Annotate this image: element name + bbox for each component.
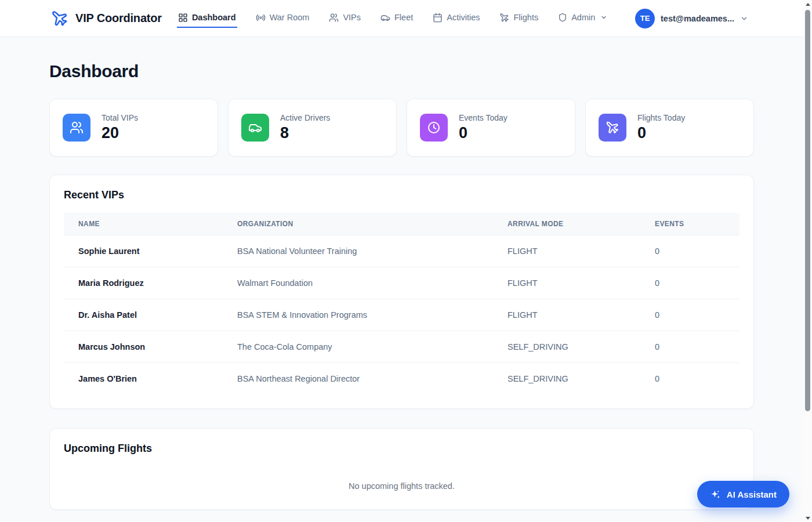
- vip-events: 0: [640, 331, 740, 363]
- stat-card-active-drivers: Active Drivers 8: [228, 99, 397, 157]
- nav-item-dashboard[interactable]: Dashboard: [177, 9, 237, 28]
- plane-logo-icon: [51, 10, 68, 27]
- broadcast-icon: [256, 13, 266, 23]
- user-menu[interactable]: TE test@madeames...: [635, 9, 748, 28]
- stat-label: Events Today: [459, 113, 507, 122]
- vip-organization: Walmart Foundation: [223, 267, 493, 299]
- chevron-down-icon: [740, 14, 748, 23]
- upcoming-flights-title: Upcoming Flights: [64, 443, 740, 455]
- stat-value: 8: [280, 124, 330, 142]
- nav-label: Dashboard: [192, 13, 236, 22]
- nav-item-war-room[interactable]: War Room: [255, 9, 311, 28]
- nav-item-flights[interactable]: Flights: [498, 9, 539, 28]
- ai-assistant-button[interactable]: AI Assistant: [697, 481, 789, 507]
- stat-value: 0: [637, 124, 685, 142]
- vip-name: Sophie Laurent: [64, 235, 223, 267]
- car-icon: [380, 13, 390, 23]
- stat-label: Active Drivers: [280, 113, 330, 122]
- table-header-row: NAME ORGANIZATION ARRIVAL MODE EVENTS: [64, 213, 740, 235]
- nav-label: Flights: [513, 13, 538, 22]
- vip-arrival-mode: SELF_DRIVING: [493, 331, 640, 363]
- vip-arrival-mode: FLIGHT: [493, 235, 640, 267]
- nav-label: War Room: [270, 13, 310, 22]
- table-row[interactable]: Marcus Johnson The Coca-Cola Company SEL…: [64, 331, 740, 363]
- calendar-icon: [433, 13, 443, 23]
- stat-label: Total VIPs: [102, 113, 138, 122]
- recent-vips-table: NAME ORGANIZATION ARRIVAL MODE EVENTS So…: [64, 213, 740, 394]
- stat-value: 0: [459, 124, 507, 142]
- vip-name: Maria Rodriguez: [64, 267, 223, 299]
- upcoming-flights-panel: Upcoming Flights No upcoming flights tra…: [49, 428, 754, 510]
- vip-arrival-mode: FLIGHT: [493, 299, 640, 331]
- vip-events: 0: [640, 299, 740, 331]
- scrollbar-down-arrow[interactable]: [803, 514, 812, 521]
- vip-events: 0: [640, 267, 740, 299]
- people-icon: [63, 114, 90, 142]
- brand[interactable]: VIP Coordinator: [51, 10, 162, 27]
- avatar: TE: [635, 9, 655, 28]
- column-header-events: EVENTS: [640, 213, 740, 235]
- vip-organization: The Coca-Cola Company: [223, 331, 493, 363]
- vip-organization: BSA National Volunteer Training: [223, 235, 493, 267]
- table-row[interactable]: Maria Rodriguez Walmart Foundation FLIGH…: [64, 267, 740, 299]
- page-title: Dashboard: [49, 61, 754, 81]
- table-row[interactable]: Sophie Laurent BSA National Volunteer Tr…: [64, 235, 740, 267]
- empty-flights-message: No upcoming flights tracked.: [64, 466, 740, 495]
- sparkles-icon: [710, 489, 721, 500]
- vip-arrival-mode: FLIGHT: [493, 267, 640, 299]
- plane-icon: [599, 114, 626, 142]
- main-content: Dashboard Total VIPs 20 Active Drivers 8: [0, 37, 812, 522]
- main-nav: Dashboard War Room VIPs: [177, 9, 608, 28]
- stat-value: 20: [102, 124, 138, 142]
- stat-card-total-vips: Total VIPs 20: [49, 99, 218, 157]
- nav-item-vips[interactable]: VIPs: [328, 9, 362, 28]
- nav-label: Fleet: [394, 13, 413, 22]
- vip-events: 0: [640, 363, 740, 395]
- vip-name: Marcus Johnson: [64, 331, 223, 363]
- brand-name: VIP Coordinator: [75, 12, 162, 25]
- stat-label: Flights Today: [637, 113, 685, 122]
- nav-item-activities[interactable]: Activities: [432, 9, 481, 28]
- table-row[interactable]: James O'Brien BSA Northeast Regional Dir…: [64, 363, 740, 395]
- scrollbar-up-arrow[interactable]: [803, 1, 812, 8]
- column-header-name: NAME: [64, 213, 223, 235]
- stat-card-flights-today: Flights Today 0: [585, 99, 754, 157]
- recent-vips-title: Recent VIPs: [64, 189, 740, 201]
- table-row[interactable]: Dr. Aisha Patel BSA STEM & Innovation Pr…: [64, 299, 740, 331]
- plane-icon: [499, 13, 509, 23]
- dashboard-grid-icon: [178, 13, 188, 23]
- column-header-arrival-mode: ARRIVAL MODE: [493, 213, 640, 235]
- clock-icon: [420, 114, 448, 142]
- scrollbar-thumb[interactable]: [805, 10, 810, 411]
- user-email: test@madeames...: [661, 14, 734, 23]
- nav-label: VIPs: [343, 13, 361, 22]
- shield-icon: [558, 13, 567, 22]
- recent-vips-panel: Recent VIPs NAME ORGANIZATION ARRIVAL MO…: [49, 175, 754, 409]
- nav-label: Admin: [571, 13, 595, 22]
- car-icon: [241, 114, 269, 142]
- top-navbar: VIP Coordinator Dashboard War Room: [0, 0, 812, 37]
- vip-organization: BSA Northeast Regional Director: [223, 363, 493, 395]
- vip-organization: BSA STEM & Innovation Programs: [223, 299, 493, 331]
- vip-name: James O'Brien: [64, 363, 223, 395]
- scrollbar[interactable]: [803, 0, 812, 522]
- vip-arrival-mode: SELF_DRIVING: [493, 363, 640, 395]
- stat-card-events-today: Events Today 0: [407, 99, 575, 157]
- column-header-organization: ORGANIZATION: [223, 213, 493, 235]
- people-icon: [329, 13, 339, 23]
- stats-row: Total VIPs 20 Active Drivers 8 Eve: [49, 99, 754, 157]
- nav-label: Activities: [447, 13, 480, 22]
- vip-events: 0: [640, 235, 740, 267]
- nav-item-admin[interactable]: Admin: [557, 9, 608, 27]
- chevron-down-icon: [600, 14, 607, 21]
- ai-assistant-label: AI Assistant: [727, 490, 777, 499]
- nav-item-fleet[interactable]: Fleet: [379, 9, 414, 28]
- vip-name: Dr. Aisha Patel: [64, 299, 223, 331]
